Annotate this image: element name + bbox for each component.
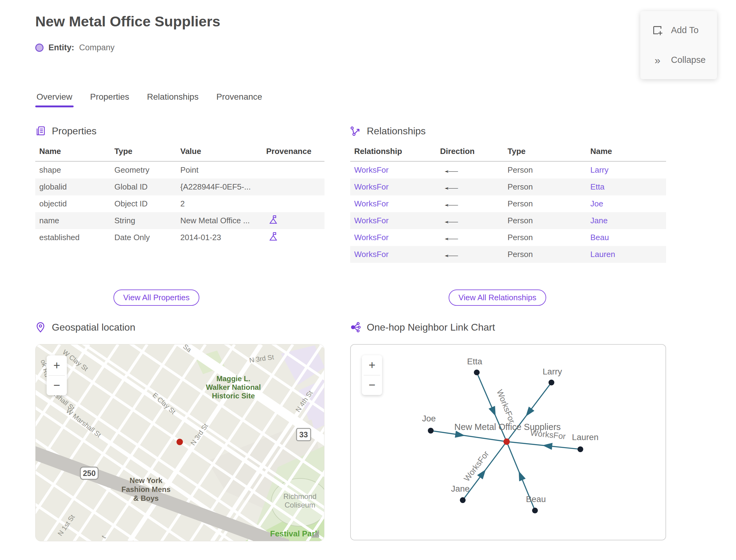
related-entity-link[interactable]: Larry [590, 165, 608, 175]
map-label: Coliseum [285, 501, 315, 509]
basemap-canvas: 250 33 ok RdW Clay StSaN 3rd StN 4th StM… [36, 344, 324, 541]
direction-arrow-icon: ← [440, 250, 462, 259]
graph-edge-label: WorksFor [495, 388, 517, 425]
tab-properties[interactable]: Properties [89, 92, 131, 107]
property-name: established [35, 229, 110, 246]
map-shield-33: 33 [297, 428, 311, 441]
map-label: New York [129, 476, 163, 485]
entity-type-dot [35, 44, 44, 52]
geospatial-map[interactable]: + − [35, 344, 324, 541]
related-entity-link[interactable]: Lauren [590, 250, 615, 259]
col-direction: Direction [436, 144, 504, 161]
col-type: Type [110, 144, 176, 161]
related-entity-link[interactable]: Jane [590, 216, 608, 225]
graph-edge-arrow-icon [455, 431, 466, 439]
entity-type-row: Entity: Company [35, 43, 115, 52]
graph-node[interactable] [474, 370, 480, 375]
map-pin-icon [35, 321, 46, 333]
property-type: Object ID [110, 195, 176, 212]
provenance-flag-icon[interactable] [268, 231, 279, 242]
collapse-label: Collapse [671, 55, 706, 65]
relationship-type-link[interactable]: WorksFor [354, 233, 389, 242]
property-type: Date Only [110, 229, 176, 246]
view-all-properties-wrap: View All Properties [35, 290, 278, 306]
svg-text:250: 250 [83, 469, 96, 478]
graph-node[interactable] [532, 508, 538, 513]
graph-edge-arrow-icon [516, 470, 526, 481]
property-row: establishedDate Only2014-01-23 [35, 229, 324, 246]
property-value: 2 [176, 195, 262, 212]
property-name: name [35, 212, 110, 229]
property-name: shape [35, 161, 110, 178]
property-row: nameStringNew Metal Office ... [35, 212, 324, 229]
property-provenance [262, 178, 324, 195]
properties-header-row: Name Type Value Provenance [35, 144, 324, 161]
direction-arrow-icon: ← [440, 165, 462, 175]
graph-node[interactable] [549, 380, 554, 385]
direction-arrow-icon: ← [440, 182, 462, 192]
double-chevron-right-icon: » [652, 55, 663, 66]
relationship-row: WorksFor←PersonEtta [350, 178, 666, 195]
view-all-relationships-button[interactable]: View All Relationships [449, 290, 546, 306]
property-value: 2014-01-23 [176, 229, 262, 246]
property-provenance [262, 195, 324, 212]
related-entity-link[interactable]: Etta [590, 182, 604, 191]
property-provenance [262, 229, 324, 246]
relationships-table: Relationship Direction Type Name WorksFo… [350, 144, 666, 263]
one-hop-neighbor-icon [350, 321, 361, 333]
properties-section-title: Properties [52, 125, 97, 137]
collapse-button[interactable]: » Collapse [640, 55, 717, 66]
tab-relationships[interactable]: Relationships [146, 92, 200, 107]
map-zoom-control: + − [47, 355, 67, 395]
tab-provenance[interactable]: Provenance [215, 92, 263, 107]
entity-label: Entity: [48, 43, 74, 52]
property-row: globalidGlobal ID{A228944F-0EF5-... [35, 178, 324, 195]
property-type: Geometry [110, 161, 176, 178]
related-entity-type: Person [504, 229, 586, 246]
relationship-row: WorksFor←PersonLarry [350, 161, 666, 178]
properties-section-header: Properties [35, 125, 97, 137]
related-entity-link[interactable]: Joe [590, 199, 603, 208]
col-relationship: Relationship [350, 144, 436, 161]
relationship-type-link[interactable]: WorksFor [354, 250, 389, 259]
chart-zoom-control: + − [362, 355, 382, 395]
map-label: Fashion Mens [121, 485, 171, 493]
provenance-flag-icon[interactable] [268, 214, 279, 225]
link-chart-canvas: WorksForWorksForWorksForEttaLarryJoeLaur… [351, 345, 665, 540]
tab-overview[interactable]: Overview [35, 92, 74, 107]
relationship-row: WorksFor←PersonLauren [350, 246, 666, 263]
link-chart-panel[interactable]: + − WorksForWorksForWorksForEttaLarryJoe… [350, 344, 666, 540]
entity-overview-page: New Metal Office Suppliers Entity: Compa… [0, 0, 736, 560]
graph-node-label: Jane [451, 484, 470, 493]
relationships-section-header: Relationships [350, 125, 426, 137]
relationships-header-row: Relationship Direction Type Name [350, 144, 666, 161]
graph-center-node[interactable] [504, 439, 510, 445]
related-entity-link[interactable]: Beau [590, 233, 609, 242]
map-label: & Boys [133, 494, 159, 502]
graph-node-label: Lauren [572, 432, 599, 442]
relationships-section-title: Relationships [367, 125, 426, 137]
graph-node[interactable] [577, 446, 583, 452]
relationship-type-link[interactable]: WorksFor [354, 165, 389, 175]
graph-edge-arrow-icon [523, 407, 534, 419]
graph-node[interactable] [460, 497, 466, 503]
map-label: Maggie L. [217, 374, 251, 383]
property-type: String [110, 212, 176, 229]
view-all-properties-button[interactable]: View All Properties [113, 290, 199, 306]
map-zoom-out-button[interactable]: − [47, 376, 67, 396]
graph-node[interactable] [428, 428, 434, 434]
chart-zoom-out-button[interactable]: − [362, 375, 382, 395]
relationship-type-link[interactable]: WorksFor [354, 182, 389, 191]
properties-icon [35, 125, 46, 137]
map-zoom-in-button[interactable]: + [47, 355, 67, 375]
relationship-type-link[interactable]: WorksFor [354, 199, 389, 208]
col-name: Name [586, 144, 666, 161]
add-to-button[interactable]: Add To [640, 25, 717, 36]
chart-zoom-in-button[interactable]: + [362, 355, 382, 375]
col-value: Value [176, 144, 262, 161]
property-type: Global ID [110, 178, 176, 195]
graph-edge [431, 431, 507, 442]
view-all-relationships-wrap: View All Relationships [350, 290, 645, 306]
relationship-type-link[interactable]: WorksFor [354, 216, 389, 225]
col-name: Name [35, 144, 110, 161]
